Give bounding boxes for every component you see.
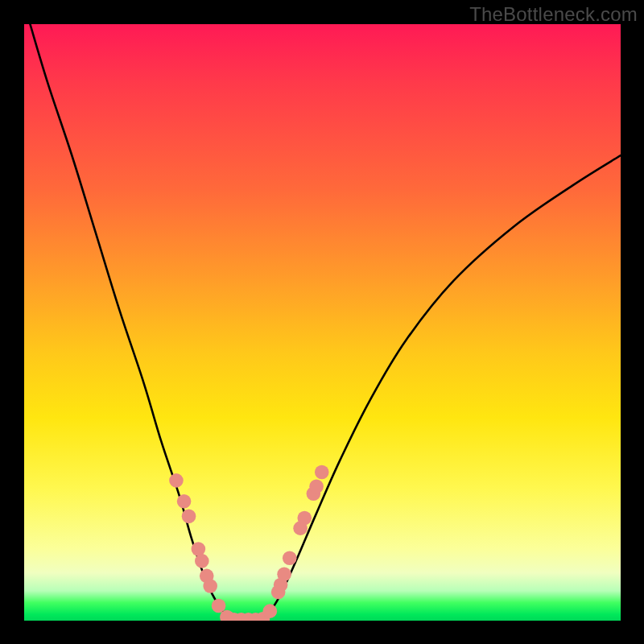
- highlight-dot: [192, 542, 206, 556]
- highlight-dot: [315, 465, 329, 480]
- highlight-dot: [283, 551, 297, 565]
- highlight-dot: [195, 554, 209, 568]
- highlight-dot: [262, 604, 277, 618]
- bottleneck-curve: [30, 24, 621, 621]
- highlight-dot: [169, 473, 184, 488]
- highlight-dot: [177, 494, 192, 509]
- curve-layer: [30, 24, 621, 621]
- highlight-dot: [182, 510, 196, 524]
- watermark-text: TheBottleneck.com: [469, 3, 638, 26]
- plot-area: [24, 24, 621, 621]
- highlight-dot: [297, 511, 312, 526]
- highlight-dot: [203, 579, 217, 593]
- highlight-dot: [212, 599, 226, 613]
- plot-svg: [24, 24, 621, 621]
- chart-frame: TheBottleneck.com: [0, 0, 644, 644]
- highlight-dot: [277, 567, 291, 581]
- highlight-dot: [309, 479, 324, 493]
